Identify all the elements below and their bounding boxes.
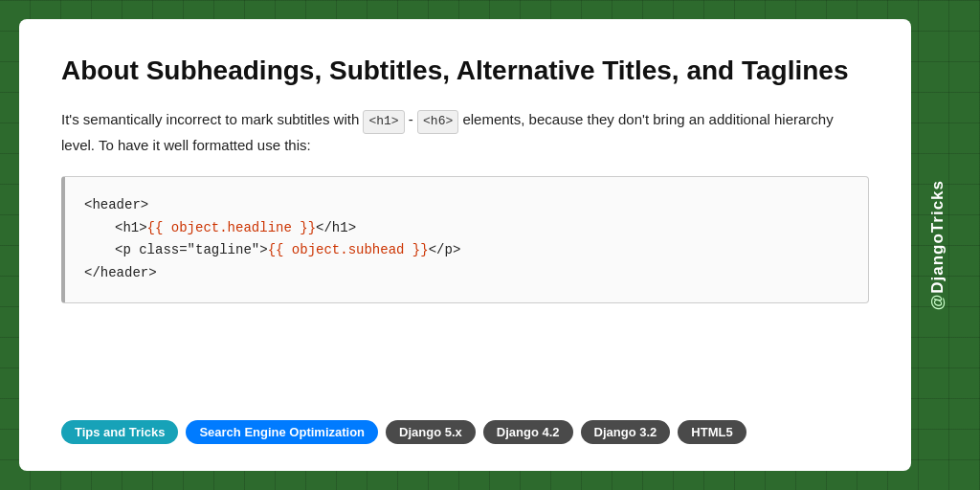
sidebar: @DjangoTricks	[911, 19, 961, 471]
tag-pill[interactable]: HTML5	[678, 420, 746, 444]
body-dash: -	[409, 111, 417, 127]
code-line3-post: </p>	[429, 242, 461, 257]
code-line3-var: {{ object.subhead }}	[268, 242, 429, 257]
code-line-4: </header>	[84, 262, 849, 285]
code-block: <header> <h1>{{ object.headline }}</h1> …	[61, 176, 869, 303]
tags-row: Tips and TricksSearch Engine Optimizatio…	[61, 420, 869, 444]
sidebar-handle: @DjangoTricks	[928, 180, 947, 310]
code-line-1: <header>	[84, 194, 849, 217]
code-line2-pre: <h1>	[115, 220, 147, 235]
tag-pill[interactable]: Django 3.2	[581, 420, 671, 444]
tag-pill[interactable]: Tips and Tricks	[61, 420, 178, 444]
tag-pill[interactable]: Search Engine Optimization	[186, 420, 378, 444]
tag-pill[interactable]: Django 5.x	[386, 420, 476, 444]
body-text-part1: It's semantically incorrect to mark subt…	[61, 111, 363, 127]
code-line2-var: {{ object.headline }}	[147, 220, 316, 235]
card-body: It's semantically incorrect to mark subt…	[61, 108, 869, 157]
inline-code-h1: <h1>	[363, 110, 404, 134]
content-card: About Subheadings, Subtitles, Alternativ…	[19, 19, 911, 471]
code-line-2: <h1>{{ object.headline }}</h1>	[84, 217, 849, 240]
tag-pill[interactable]: Django 4.2	[483, 420, 573, 444]
code-line-3: <p class="tagline">{{ object.subhead }}<…	[84, 239, 849, 262]
code-line2-post: </h1>	[316, 220, 356, 235]
code-line3-pre: <p class="tagline">	[115, 242, 268, 257]
card-title: About Subheadings, Subtitles, Alternativ…	[61, 54, 869, 87]
inline-code-h6: <h6>	[417, 110, 458, 134]
page-wrapper: About Subheadings, Subtitles, Alternativ…	[0, 0, 980, 490]
